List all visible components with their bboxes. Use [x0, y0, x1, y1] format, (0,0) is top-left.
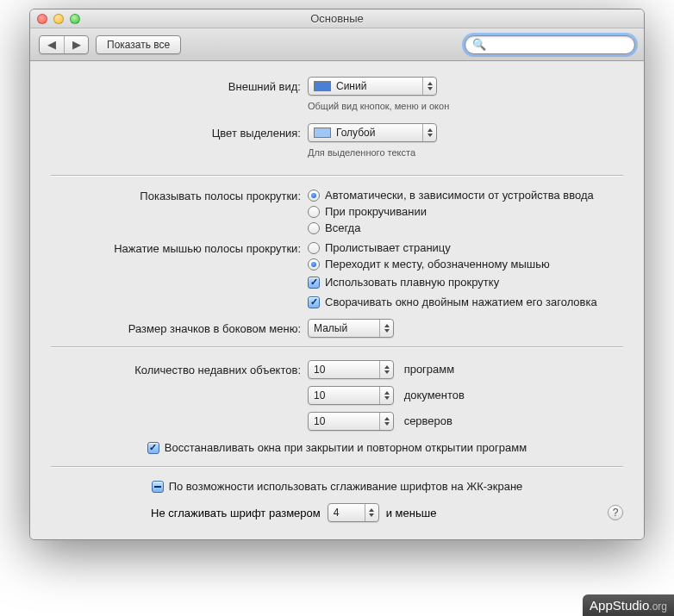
checkbox-icon: [308, 277, 320, 289]
recent-servers-unit: серверов: [404, 414, 452, 427]
swatch-icon: [314, 81, 331, 91]
radio-icon: [308, 206, 320, 218]
chevron-updown-icon: [379, 320, 393, 337]
appearance-popup[interactable]: Синий: [308, 77, 437, 96]
restore-windows-check[interactable]: Восстанавливать окна при закрытии и повт…: [147, 441, 527, 454]
nav-back-forward[interactable]: ◀ ▶: [39, 35, 89, 54]
scrollbars-always[interactable]: Всегда: [308, 221, 623, 234]
radio-icon: [308, 242, 320, 254]
recent-servers-popup[interactable]: 10: [308, 412, 394, 431]
recent-apps-unit: программ: [404, 363, 455, 376]
chevron-updown-icon: [379, 413, 393, 430]
radio-icon: [308, 258, 320, 271]
chevron-updown-icon: [422, 78, 436, 95]
recent-servers-value: 10: [314, 415, 325, 427]
chevron-updown-icon: [365, 504, 378, 521]
radio-icon: [308, 222, 320, 234]
checkbox-icon: [308, 296, 320, 308]
watermark: AppStudio.org: [583, 594, 674, 616]
scrollclick-jump[interactable]: Переходит к месту, обозначенному мышью: [308, 258, 623, 271]
no-smooth-prefix: Не сглаживать шрифт размером: [151, 507, 321, 520]
recent-docs-popup[interactable]: 10: [308, 386, 394, 405]
smooth-scroll-check[interactable]: Использовать плавную прокрутку: [308, 276, 623, 289]
no-smooth-suffix: и меньше: [386, 507, 437, 520]
scrollbars-auto[interactable]: Автоматически, в зависимости от устройст…: [308, 189, 623, 202]
titlebar: Основные: [30, 9, 644, 28]
content: Внешний вид: Синий Общий вид кнопок, мен…: [30, 61, 644, 539]
scrollclick-page[interactable]: Пролистывает страницу: [308, 241, 623, 254]
recent-docs-value: 10: [314, 389, 325, 401]
highlight-value: Голубой: [336, 127, 376, 139]
radio-icon: [308, 190, 320, 202]
chevron-updown-icon: [422, 124, 436, 141]
search-input[interactable]: [490, 39, 627, 51]
recent-docs-unit: документов: [404, 389, 465, 401]
scrollclick-label: Нажатие мышью полосы прокрутки:: [51, 241, 301, 255]
watermark-name: AppStudio: [590, 598, 649, 613]
search-icon: 🔍: [472, 38, 486, 51]
sidebar-icons-popup[interactable]: Малый: [308, 319, 394, 338]
sidebar-icons-label: Размер значков в боковом меню:: [51, 322, 301, 335]
checkbox-icon: [147, 442, 159, 454]
help-button[interactable]: ?: [608, 505, 623, 520]
checkbox-mixed-icon: [152, 481, 164, 493]
preferences-window: Основные ◀ ▶ Показать все 🔍 Внешний вид:…: [29, 9, 645, 540]
appearance-hint: Общий вид кнопок, меню и окон: [308, 101, 623, 111]
highlight-hint: Для выделенного текста: [308, 147, 623, 158]
chevron-updown-icon: [379, 361, 393, 378]
watermark-suffix: .org: [649, 600, 667, 613]
sidebar-icons-value: Малый: [314, 322, 347, 334]
highlight-popup[interactable]: Голубой: [308, 123, 437, 142]
dblclick-minimize-check[interactable]: Сворачивать окно двойным нажатием его за…: [308, 296, 623, 308]
window-title: Основные: [30, 12, 644, 25]
search-field[interactable]: 🔍: [465, 35, 635, 54]
recent-apps-value: 10: [314, 364, 325, 376]
swatch-icon: [314, 128, 331, 138]
show-all-button[interactable]: Показать все: [96, 35, 181, 54]
forward-button[interactable]: ▶: [64, 36, 88, 53]
lcd-smoothing-check[interactable]: По возможности использовать сглаживание …: [152, 480, 523, 493]
chevron-updown-icon: [379, 387, 393, 404]
no-smooth-popup[interactable]: 4: [328, 503, 379, 522]
toolbar: ◀ ▶ Показать все 🔍: [30, 28, 644, 61]
appearance-label: Внешний вид:: [51, 80, 301, 93]
recent-label: Количество недавних объектов:: [51, 364, 301, 376]
scrollbars-when-scrolling[interactable]: При прокручивании: [308, 205, 623, 218]
scrollbars-label: Показывать полосы прокрутки:: [51, 189, 301, 202]
no-smooth-value: 4: [334, 507, 340, 519]
appearance-value: Синий: [336, 80, 366, 92]
back-button[interactable]: ◀: [40, 36, 64, 53]
highlight-label: Цвет выделения:: [51, 127, 301, 140]
recent-apps-popup[interactable]: 10: [308, 360, 394, 379]
